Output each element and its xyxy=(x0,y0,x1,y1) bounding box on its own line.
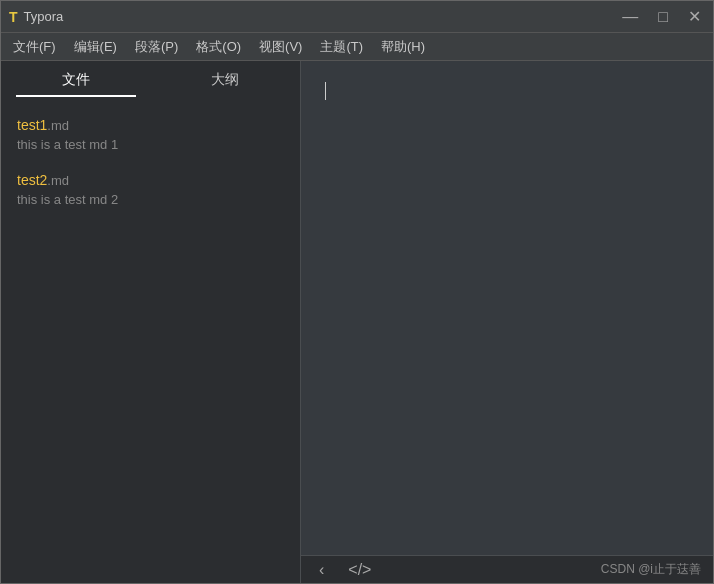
close-button[interactable]: ✕ xyxy=(684,7,705,27)
menu-theme[interactable]: 主题(T) xyxy=(312,34,371,60)
back-button[interactable]: ‹ xyxy=(313,559,330,581)
minimize-button[interactable]: — xyxy=(618,7,642,27)
menu-bar: 文件(F) 编辑(E) 段落(P) 格式(O) 视图(V) 主题(T) 帮助(H… xyxy=(1,33,713,61)
sidebar-content: test1 .md this is a test md 1 test2 .md … xyxy=(1,97,300,583)
app-icon: T xyxy=(9,9,18,25)
menu-help[interactable]: 帮助(H) xyxy=(373,34,433,60)
file-name-1: test1 xyxy=(17,117,47,133)
file-ext-2: .md xyxy=(47,173,69,188)
main-content: 文件 大纲 test1 .md this is a test md 1 test… xyxy=(1,61,713,583)
file-name-row-2: test2 .md xyxy=(17,172,284,188)
menu-view[interactable]: 视图(V) xyxy=(251,34,310,60)
editor-area[interactable]: ‹ </> CSDN @i止于荙善 xyxy=(301,61,713,583)
file-name-2: test2 xyxy=(17,172,47,188)
app-title: Typora xyxy=(24,9,64,24)
text-cursor xyxy=(325,82,326,100)
file-ext-1: .md xyxy=(47,118,69,133)
title-bar-controls: — □ ✕ xyxy=(618,7,705,27)
title-bar: T Typora — □ ✕ xyxy=(1,1,713,33)
attribution-text: CSDN @i止于荙善 xyxy=(601,561,701,578)
code-view-button[interactable]: </> xyxy=(342,559,377,581)
status-bar: ‹ </> CSDN @i止于荙善 xyxy=(301,555,713,583)
editor-content[interactable] xyxy=(301,61,713,555)
tab-files[interactable]: 文件 xyxy=(1,61,151,97)
title-bar-left: T Typora xyxy=(9,9,63,25)
status-bar-left: ‹ </> xyxy=(313,559,377,581)
file-name-row-1: test1 .md xyxy=(17,117,284,133)
file-preview-2: this is a test md 2 xyxy=(17,192,284,207)
file-item-1[interactable]: test1 .md this is a test md 1 xyxy=(1,109,300,164)
menu-paragraph[interactable]: 段落(P) xyxy=(127,34,186,60)
menu-edit[interactable]: 编辑(E) xyxy=(66,34,125,60)
file-item-2[interactable]: test2 .md this is a test md 2 xyxy=(1,164,300,219)
tab-outline[interactable]: 大纲 xyxy=(151,61,301,97)
sidebar-tabs: 文件 大纲 xyxy=(1,61,300,97)
menu-format[interactable]: 格式(O) xyxy=(188,34,249,60)
app-window: T Typora — □ ✕ 文件(F) 编辑(E) 段落(P) 格式(O) 视… xyxy=(0,0,714,584)
maximize-button[interactable]: □ xyxy=(654,7,672,27)
sidebar: 文件 大纲 test1 .md this is a test md 1 test… xyxy=(1,61,301,583)
menu-file[interactable]: 文件(F) xyxy=(5,34,64,60)
file-preview-1: this is a test md 1 xyxy=(17,137,284,152)
